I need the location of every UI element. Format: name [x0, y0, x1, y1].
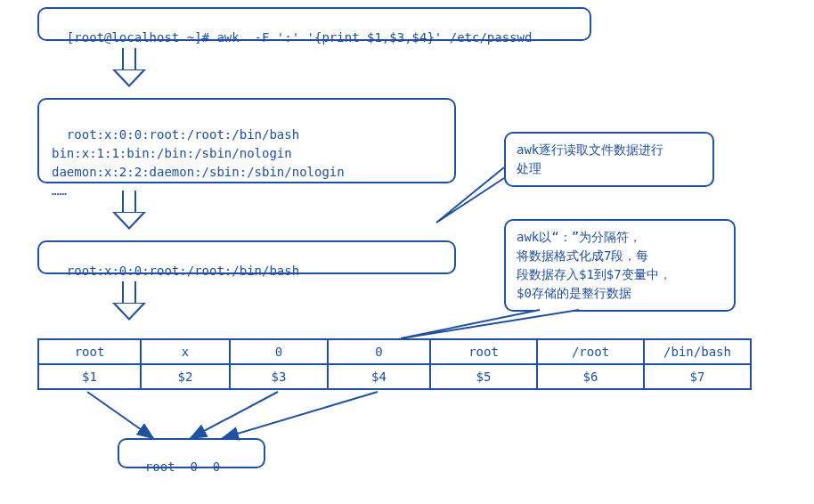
arrow-icon: [116, 281, 142, 321]
svg-line-1: [191, 392, 278, 438]
command-box: [root@localhost ~]# awk -F ':' '{print $…: [37, 7, 591, 41]
svg-line-2: [223, 392, 378, 438]
single-line-box: root:x:0:0:root:/root:/bin/bash: [37, 240, 456, 274]
cell: root: [430, 339, 537, 364]
cell: /bin/bash: [644, 339, 751, 364]
cell: 0: [230, 339, 328, 364]
callout-field-separator: awk以“：”为分隔符， 将数据格式化成7段，每 段数据存入$1到$7变量中， …: [504, 219, 736, 312]
cell: 0: [328, 339, 430, 364]
cell: x: [141, 339, 230, 364]
cell: $2: [141, 364, 230, 389]
cell: $1: [38, 364, 141, 389]
table-row: $1 $2 $3 $4 $5 $6 $7: [38, 364, 751, 389]
result-box: root 0 0: [118, 438, 265, 468]
callout-read-lines: awk逐行读取文件数据进行 处理: [504, 132, 714, 187]
single-line-text: root:x:0:0:root:/root:/bin/bash: [67, 264, 299, 278]
cell: $5: [430, 364, 537, 389]
fields-table: root x 0 0 root /root /bin/bash $1 $2 $3…: [37, 338, 752, 390]
callout2-text: awk以“：”为分隔符， 将数据格式化成7段，每 段数据存入$1到$7变量中， …: [517, 230, 672, 300]
file-content-text: root:x:0:0:root:/root:/bin/bash bin:x:1:…: [52, 127, 345, 198]
cell: $7: [644, 364, 751, 389]
arrow-icon: [116, 191, 142, 230]
result-text: root 0 0: [145, 459, 220, 474]
table-row: root x 0 0 root /root /bin/bash: [38, 339, 751, 364]
cell: $4: [328, 364, 430, 389]
cell: $6: [537, 364, 644, 389]
svg-line-0: [87, 392, 153, 438]
cell: /root: [537, 339, 644, 364]
cell: root: [38, 339, 141, 364]
callout1-text: awk逐行读取文件数据进行 处理: [517, 142, 663, 175]
arrow-icon: [116, 48, 142, 87]
cell: $3: [230, 364, 328, 389]
command-text: [root@localhost ~]# awk -F ':' '{print $…: [67, 30, 533, 45]
file-content-box: root:x:0:0:root:/root:/bin/bash bin:x:1:…: [37, 98, 456, 183]
